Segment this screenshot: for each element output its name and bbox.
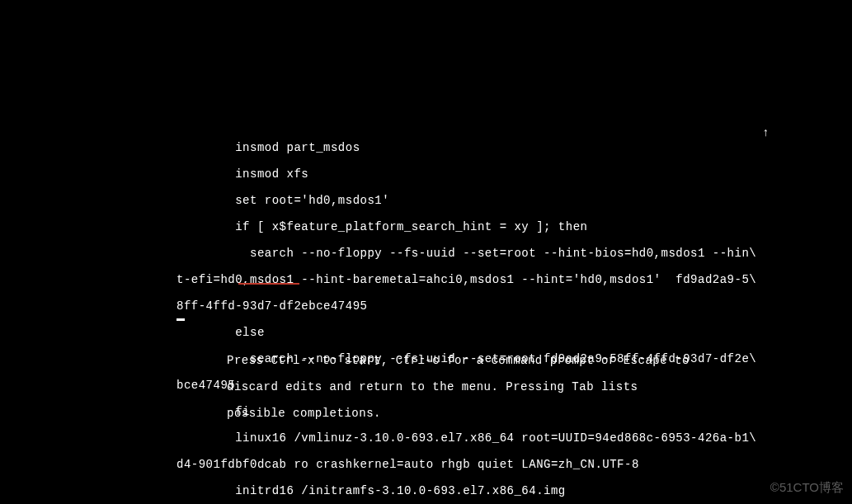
grub-line: search --no-floppy --fs-uuid --set=root … xyxy=(177,247,756,260)
grub-line-linux16: linux16 /vmlinuz-3.10.0-693.el7.x86_64 r… xyxy=(177,431,756,445)
grub-line: d4-901fdbf0dcab ro crashkernel=auto rhgb… xyxy=(177,458,756,471)
grub-editor-content[interactable]: insmod part_msdos insmod xfs set root='h… xyxy=(177,128,756,504)
text-cursor xyxy=(177,318,185,321)
grub-line: insmod xfs xyxy=(177,167,756,181)
grub-line: insmod part_msdos xyxy=(177,141,756,154)
grub-line: set root='hd0,msdos1' xyxy=(177,194,756,207)
highlight-underline xyxy=(238,283,299,285)
grub-line: if [ x$feature_platform_search_hint = xy… xyxy=(177,220,756,233)
grub-help-text: Press Ctrl-x to start, Ctrl-c for a comm… xyxy=(227,341,690,433)
grub-line: initrd16 /initramfs-3.10.0-693.el7.x86_6… xyxy=(177,484,756,497)
help-line: Press Ctrl-x to start, Ctrl-c for a comm… xyxy=(227,354,690,367)
scroll-up-indicator: ↑ xyxy=(762,126,770,139)
grub-line: else xyxy=(177,326,756,339)
grub-line: 8ff-4ffd-93d7-df2ebce47495 xyxy=(177,299,756,313)
help-line: discard edits and return to the menu. Pr… xyxy=(227,380,690,393)
watermark-text: ©51CTO博客 xyxy=(770,480,844,496)
help-line: possible completions. xyxy=(227,407,690,420)
